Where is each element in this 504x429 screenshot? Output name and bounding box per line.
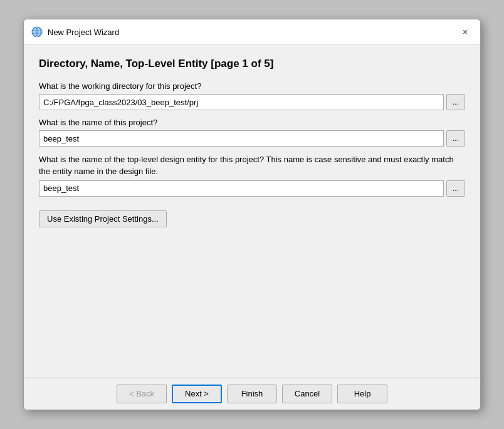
working-dir-row: ...	[39, 94, 465, 110]
dialog-window: New Project Wizard × Directory, Name, To…	[23, 19, 481, 410]
top-level-label: What is the name of the top-level design…	[39, 154, 465, 177]
finish-button[interactable]: Finish	[227, 385, 277, 403]
working-dir-browse-button[interactable]: ...	[446, 94, 465, 110]
footer: < Back Next > Finish Cancel Help	[24, 378, 480, 410]
close-button[interactable]: ×	[458, 24, 473, 39]
top-level-row: ...	[39, 180, 465, 197]
title-bar-left: New Project Wizard	[31, 26, 119, 38]
project-name-input[interactable]	[39, 130, 444, 147]
help-button[interactable]: Help	[337, 385, 387, 403]
back-button[interactable]: < Back	[117, 385, 167, 403]
title-bar: New Project Wizard ×	[24, 19, 480, 45]
app-icon	[31, 26, 43, 38]
title-bar-text: New Project Wizard	[48, 28, 119, 37]
project-name-browse-button[interactable]: ...	[446, 130, 465, 147]
cancel-button[interactable]: Cancel	[282, 385, 332, 403]
use-existing-button[interactable]: Use Existing Project Settings...	[39, 210, 167, 227]
top-level-input[interactable]	[39, 180, 444, 197]
next-button[interactable]: Next >	[172, 385, 222, 403]
dialog-body: Directory, Name, Top-Level Entity [page …	[24, 45, 480, 377]
page-title: Directory, Name, Top-Level Entity [page …	[39, 58, 465, 70]
project-name-row: ...	[39, 130, 465, 147]
top-level-browse-button[interactable]: ...	[446, 180, 465, 197]
working-dir-label: What is the working directory for this p…	[39, 81, 465, 91]
working-dir-input[interactable]	[39, 94, 444, 110]
project-name-label: What is the name of this project?	[39, 118, 465, 127]
